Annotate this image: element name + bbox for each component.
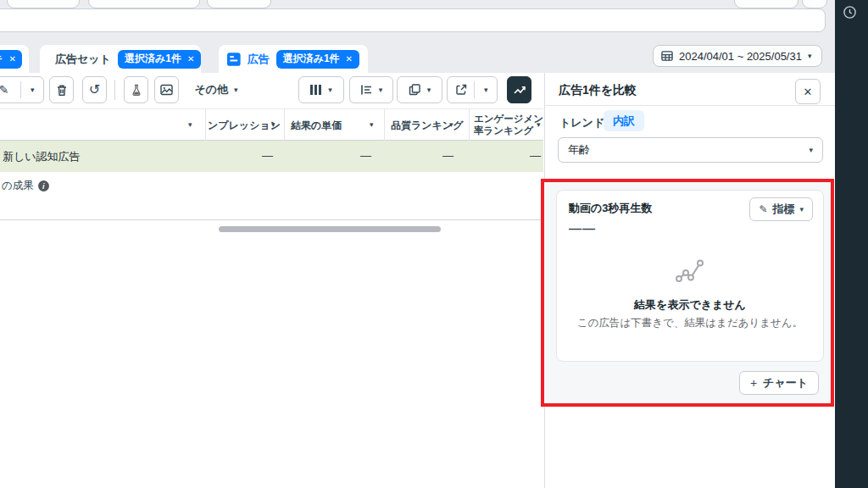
top-pill-stub[interactable] [802, 0, 827, 8]
chevron-down-icon[interactable]: ▾ [370, 121, 374, 129]
tab-label: 広告 [248, 52, 270, 67]
calendar-icon [661, 50, 673, 62]
more-label: その他 [194, 82, 228, 97]
top-pill-stub[interactable] [734, 0, 798, 8]
undo-icon: ↺ [89, 83, 100, 97]
tab-ads-active[interactable]: 広告 選択済み1件 ✕ [219, 45, 368, 73]
table-summary-row [0, 172, 543, 220]
plus-icon: + [750, 376, 757, 390]
search-input[interactable] [0, 8, 826, 32]
chevron-down-icon: ▾ [484, 86, 488, 94]
close-icon: ✕ [804, 86, 813, 98]
toolbar-divider [114, 80, 115, 100]
metric-value: —— [569, 221, 596, 236]
column-header-engagement-ranking-line2[interactable]: 率ランキング [474, 125, 533, 137]
export-dropdown[interactable]: ▾ [475, 77, 497, 103]
chevron-down-icon: ▾ [809, 147, 813, 154]
chevron-down-icon: ▾ [808, 53, 812, 60]
breakdown-button[interactable]: ▾ [349, 76, 393, 103]
chevron-down-icon: ▾ [234, 86, 238, 94]
cell-cost-per-result: — [284, 149, 371, 162]
top-pill-stub[interactable] [207, 0, 271, 8]
cell-impressions: — [205, 149, 273, 162]
top-pill-stub[interactable] [7, 0, 80, 8]
highlighted-chart-section: 動画の3秒再生数 ✎ 指標 ▾ —— 結果を表示できません [541, 179, 834, 407]
tab-label: 広告セット [55, 52, 111, 67]
columns-icon [310, 85, 321, 95]
chevron-down-icon: ▾ [188, 121, 192, 129]
export-button[interactable] [448, 77, 474, 103]
columns-button[interactable]: ▾ [298, 76, 344, 103]
chevron-down-icon: ▾ [31, 86, 35, 94]
more-menu-button[interactable]: その他 ▾ [188, 76, 244, 103]
panel-title: 広告1件を比較 [559, 83, 637, 98]
chevron-down-icon: ▾ [799, 206, 804, 214]
ads-manager-window: キ ✕ 広告セット 選択済み1件 ✕ 広告 選択済み1件 ✕ [0, 0, 868, 488]
close-icon[interactable]: ✕ [9, 54, 16, 64]
badge-label: 選択済み1件 [283, 52, 340, 66]
badge-label: キ [0, 52, 3, 66]
tab-ad-sets[interactable]: 広告セット 選択済み1件 ✕ [40, 45, 201, 73]
empty-state-description: この広告は下書きで、結果はまだありません。 [571, 315, 809, 331]
clock-icon[interactable] [843, 5, 857, 19]
tab-trend[interactable]: トレンド [559, 115, 604, 130]
column-header-cost-per-result[interactable]: 結果の単価 [291, 119, 342, 133]
add-chart-label: チャート [763, 375, 808, 391]
line-chart-icon [675, 255, 705, 286]
badge-label: 選択済み1件 [125, 52, 181, 66]
tab-campaigns-clipped[interactable]: キ ✕ [0, 45, 29, 73]
reports-button[interactable]: ▾ [397, 76, 442, 103]
edit-dropdown[interactable]: ▾ [21, 77, 43, 103]
cell-engagement-ranking: — [469, 149, 541, 162]
column-header-engagement-ranking[interactable]: エンゲージメント [474, 113, 554, 125]
chevron-down-icon: ▾ [427, 86, 431, 94]
breakdown-select-value: 年齢 [568, 142, 590, 158]
metric-edit-button[interactable]: ✎ 指標 ▾ [749, 197, 813, 221]
chevron-down-icon[interactable]: ▾ [449, 121, 453, 129]
selected-count-badge[interactable]: 選択済み1件 ✕ [118, 50, 201, 69]
edit-button[interactable]: ✎ [0, 77, 20, 103]
horizontal-scrollbar[interactable] [219, 226, 441, 232]
delete-button[interactable] [49, 76, 74, 103]
right-dark-sidebar [835, 0, 868, 488]
trending-up-icon [513, 84, 526, 96]
metric-button-label: 指標 [772, 202, 794, 217]
metric-card: 動画の3秒再生数 ✎ 指標 ▾ —— 結果を表示できません [556, 190, 824, 362]
summary-text: の成果 [2, 179, 34, 193]
close-icon[interactable]: ✕ [346, 54, 353, 64]
add-chart-button[interactable]: + チャート [739, 371, 819, 395]
ad-name[interactable]: 新しい認知広告 [3, 149, 81, 164]
ab-test-button[interactable] [124, 76, 148, 103]
charts-toggle-button[interactable] [507, 76, 531, 103]
tab-breakdown-active[interactable]: 内訳 [604, 110, 644, 131]
reports-icon [409, 84, 420, 96]
ads-icon [227, 53, 241, 66]
chevron-down-icon[interactable]: ▾ [271, 121, 275, 129]
trash-icon [56, 84, 68, 97]
column-header-impressions[interactable]: ンプレッション [208, 119, 281, 133]
breakdown-select[interactable]: 年齢 ▾ [558, 137, 823, 163]
image-icon [160, 84, 173, 96]
breakdown-icon [360, 84, 372, 96]
panel-close-button[interactable]: ✕ [795, 79, 821, 104]
cell-quality-ranking: — [384, 149, 453, 162]
date-range-picker[interactable]: 2024/04/01 ~ 2025/05/31 ▾ [653, 45, 822, 67]
pencil-icon: ✎ [0, 84, 9, 96]
chevron-down-icon: ▾ [379, 86, 383, 94]
export-split-button[interactable]: ▾ [447, 76, 498, 103]
empty-state-title: 結果を表示できません [557, 297, 823, 313]
top-pill-stub[interactable] [88, 0, 200, 8]
selected-count-badge[interactable]: 選択済み1件 ✕ [276, 50, 359, 69]
tab-label: 内訳 [613, 114, 635, 129]
panel-divider [545, 105, 836, 106]
compare-panel: 広告1件を比較 ✕ トレンド 内訳 年齢 ▾ 動画の3秒再生数 ✎ 指標 ▾ —… [544, 73, 835, 488]
close-icon[interactable]: ✕ [187, 54, 194, 64]
undo-button[interactable]: ↺ [82, 76, 107, 103]
selected-count-badge[interactable]: キ ✕ [0, 50, 22, 69]
edit-split-button[interactable]: ✎ ▾ [0, 76, 44, 103]
info-icon[interactable]: i [38, 180, 49, 191]
chevron-down-icon[interactable]: ▾ [537, 121, 541, 129]
metric-name: 動画の3秒再生数 [569, 201, 653, 216]
pencil-icon: ✎ [759, 204, 767, 214]
creative-button[interactable] [154, 76, 179, 103]
